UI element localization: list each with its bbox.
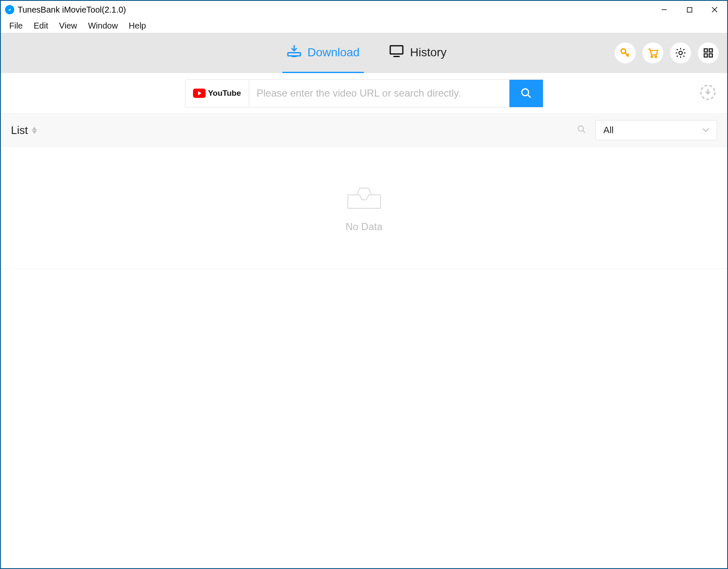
purchase-button[interactable]	[642, 42, 663, 63]
apps-button[interactable]	[698, 42, 719, 63]
window-controls	[652, 1, 727, 18]
register-key-button[interactable]	[615, 42, 636, 63]
search-icon	[577, 125, 586, 134]
apps-grid-icon	[703, 47, 714, 58]
menu-help[interactable]: Help	[124, 20, 151, 31]
monitor-icon	[389, 43, 404, 61]
svg-rect-13	[704, 49, 707, 52]
svg-marker-23	[32, 127, 37, 130]
svg-point-11	[655, 56, 657, 58]
settings-button[interactable]	[670, 42, 691, 63]
list-sort[interactable]: List	[11, 124, 37, 137]
tab-history[interactable]: History	[385, 33, 451, 73]
download-progress-button[interactable]	[699, 84, 716, 102]
menu-edit[interactable]: Edit	[29, 20, 53, 31]
tab-download[interactable]: Download	[282, 33, 364, 73]
search-row: YouTube	[1, 73, 727, 113]
minimize-button[interactable]	[652, 1, 677, 18]
main-toolbar: Download History	[1, 33, 727, 73]
cart-icon	[647, 47, 659, 59]
app-title: TunesBank iMovieTool(2.1.0)	[18, 5, 126, 15]
svg-point-10	[651, 56, 653, 58]
svg-line-3	[712, 7, 717, 12]
empty-state: No Data	[1, 147, 727, 269]
svg-rect-7	[390, 46, 403, 54]
svg-rect-16	[709, 54, 712, 57]
download-progress-icon	[699, 84, 716, 101]
source-label: YouTube	[208, 89, 241, 98]
svg-line-26	[583, 131, 585, 133]
menu-view[interactable]: View	[54, 20, 82, 31]
svg-rect-15	[704, 54, 707, 57]
menu-window[interactable]: Window	[83, 20, 123, 31]
svg-point-12	[679, 51, 682, 55]
list-header-label: List	[11, 124, 28, 137]
svg-rect-1	[687, 8, 692, 12]
svg-point-19	[522, 89, 528, 96]
list-header: List All	[1, 113, 727, 147]
search-group: YouTube	[185, 79, 543, 108]
svg-marker-24	[32, 131, 37, 134]
title-bar: TunesBank iMovieTool(2.1.0)	[1, 1, 727, 18]
sort-arrows-icon	[32, 127, 37, 134]
menu-bar: File Edit View Window Help	[1, 18, 727, 33]
url-search-input[interactable]	[249, 80, 509, 107]
content-area	[1, 269, 727, 568]
svg-rect-14	[709, 49, 712, 52]
maximize-button[interactable]	[677, 1, 702, 18]
chevron-down-icon	[702, 128, 709, 132]
svg-line-20	[527, 95, 530, 98]
download-icon	[287, 43, 302, 61]
svg-rect-4	[288, 53, 300, 56]
search-icon	[520, 87, 532, 99]
tab-history-label: History	[410, 46, 446, 59]
youtube-icon	[193, 89, 206, 98]
list-search-button[interactable]	[577, 125, 586, 136]
inbox-icon	[345, 183, 383, 212]
tab-download-label: Download	[308, 46, 360, 59]
app-icon	[5, 5, 14, 14]
menu-file[interactable]: File	[4, 20, 28, 31]
filter-select[interactable]: All	[595, 120, 717, 140]
svg-point-25	[578, 126, 584, 131]
source-selector[interactable]: YouTube	[185, 80, 249, 107]
toolbar-actions	[615, 42, 719, 63]
main-tabs: Download History	[282, 33, 451, 73]
gear-icon	[675, 47, 686, 59]
filter-value: All	[603, 125, 613, 136]
close-button[interactable]	[702, 1, 727, 18]
key-icon	[620, 47, 631, 58]
search-button[interactable]	[509, 80, 543, 107]
svg-line-2	[712, 7, 717, 12]
empty-text: No Data	[345, 221, 382, 233]
